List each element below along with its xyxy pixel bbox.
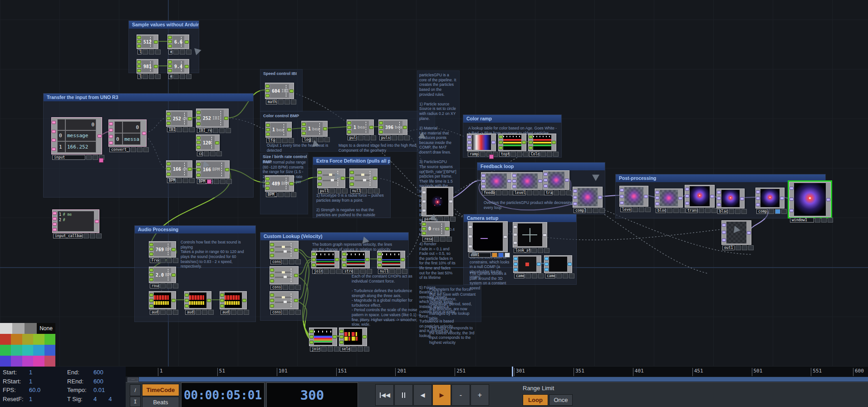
palette-swatch[interactable] xyxy=(0,345,11,356)
node-flag[interactable] xyxy=(177,127,182,132)
logic1-label[interactable]: logic1 xyxy=(302,137,311,142)
output-connector[interactable] xyxy=(543,233,547,237)
input-connector[interactable] xyxy=(499,135,503,139)
input-connector[interactable] xyxy=(196,136,201,139)
output-connector[interactable] xyxy=(341,177,345,180)
IBI-label[interactable]: IBI xyxy=(167,127,176,132)
input-connector[interactable] xyxy=(756,203,760,206)
audiopara1-label[interactable]: audiopara1 xyxy=(185,310,195,315)
input-connector[interactable] xyxy=(168,40,172,43)
input-connector[interactable] xyxy=(220,293,224,297)
input-connector[interactable] xyxy=(137,65,141,68)
node-flag[interactable] xyxy=(196,310,201,315)
node-math3[interactable]: 604IBImath3 xyxy=(265,83,294,99)
feedback1-label[interactable]: feedback1 xyxy=(482,190,495,195)
integer-toggle-button[interactable]: I xyxy=(130,397,141,407)
node-flag[interactable] xyxy=(167,310,172,315)
palette-swatch[interactable] xyxy=(0,334,11,345)
join3-label[interactable]: join3 xyxy=(310,347,320,352)
node-flag[interactable] xyxy=(93,155,98,160)
input-connector[interactable] xyxy=(514,263,518,266)
reset_sim-label[interactable]: reset_sim xyxy=(422,237,433,242)
input-connector[interactable] xyxy=(185,299,189,302)
input-connector[interactable] xyxy=(270,274,274,277)
constant1-label[interactable]: constant1 xyxy=(197,151,203,156)
node-flag[interactable] xyxy=(149,74,154,79)
node-flag[interactable] xyxy=(283,285,288,290)
node-flag[interactable] xyxy=(532,273,537,278)
node-flag[interactable] xyxy=(645,207,651,212)
node-window1[interactable]: window1 xyxy=(789,182,831,217)
input-connector[interactable] xyxy=(137,40,141,43)
input-connector[interactable] xyxy=(196,111,201,114)
node-flag[interactable] xyxy=(496,190,501,195)
input-connector[interactable] xyxy=(378,263,382,267)
input-connector[interactable] xyxy=(513,241,517,244)
node-flag[interactable] xyxy=(96,233,102,238)
pause-button[interactable] xyxy=(394,384,413,406)
node-flag[interactable] xyxy=(334,347,339,352)
node-flag[interactable] xyxy=(90,233,95,238)
node-feedback1[interactable]: feedback1 xyxy=(481,172,512,190)
input-connector[interactable] xyxy=(302,123,306,126)
node-flag[interactable] xyxy=(220,179,226,184)
input-connector[interactable] xyxy=(350,177,354,180)
node-flag[interactable] xyxy=(705,208,711,213)
node-flag[interactable] xyxy=(137,147,142,152)
input-connector[interactable] xyxy=(53,228,57,231)
node-camera_path[interactable]: camera_path xyxy=(513,255,541,273)
input-connector[interactable] xyxy=(312,258,316,261)
input-connector[interactable] xyxy=(149,299,153,302)
node-flag[interactable] xyxy=(324,137,330,142)
node-constant5[interactable]: constant5 xyxy=(270,241,299,259)
node-flag[interactable] xyxy=(289,310,294,315)
window1-label[interactable]: window1 xyxy=(790,218,814,223)
group-header-color-ramp[interactable]: Color ramp xyxy=(463,115,561,123)
input-connector[interactable] xyxy=(513,225,517,228)
node-pulse_red_level1[interactable]: 1beapulse_red level1 xyxy=(347,119,374,135)
node-flag[interactable] xyxy=(358,347,363,352)
output-connector[interactable] xyxy=(294,248,298,252)
node-flag[interactable] xyxy=(781,209,787,214)
input-connector[interactable] xyxy=(350,171,354,174)
node-flag[interactable] xyxy=(231,310,236,315)
node-flag[interactable] xyxy=(142,50,148,55)
node-flag[interactable] xyxy=(569,273,574,278)
input-connector[interactable] xyxy=(309,330,314,333)
group-header-extra-force[interactable]: Extra Force Definition (pulls all partic… xyxy=(313,157,390,165)
node-flag[interactable] xyxy=(523,152,529,157)
node-transform2[interactable]: transform2 xyxy=(543,170,569,190)
out1-label[interactable]: out1 xyxy=(722,245,735,250)
node-bloom1[interactable]: bloom1 xyxy=(655,189,683,208)
palette-swatch[interactable] xyxy=(25,323,37,334)
node-flag[interactable] xyxy=(177,178,182,183)
node-join3[interactable]: join3 xyxy=(309,328,337,346)
node-flag[interactable] xyxy=(173,258,178,263)
audiodevout1-label[interactable]: audiodevout1 xyxy=(221,310,230,315)
node-flag[interactable] xyxy=(711,208,717,213)
node-flag[interactable] xyxy=(173,50,179,55)
node-flag[interactable] xyxy=(735,209,740,214)
node-flag[interactable] xyxy=(769,209,774,214)
group-header-post-processing[interactable]: Post-processing xyxy=(616,174,825,182)
node-comp2[interactable]: comp2 xyxy=(755,188,785,208)
dock-flag[interactable] xyxy=(207,179,211,184)
node-flag[interactable] xyxy=(566,190,572,195)
output-connector[interactable] xyxy=(503,235,507,238)
node-flag[interactable] xyxy=(398,135,403,140)
input-connector[interactable] xyxy=(168,45,172,48)
node-flag[interactable] xyxy=(389,269,395,274)
input-connector[interactable] xyxy=(342,263,346,267)
input-connector[interactable] xyxy=(514,268,518,271)
palette-swatch[interactable] xyxy=(0,356,11,367)
input-connector[interactable] xyxy=(53,217,57,220)
node-comp1[interactable]: comp1 xyxy=(573,187,603,208)
node-flag[interactable] xyxy=(404,135,410,140)
input-connector[interactable] xyxy=(265,177,270,180)
select1-label[interactable]: select1 xyxy=(340,347,350,352)
param-value[interactable]: 1 xyxy=(29,369,32,378)
pulse_red_level1-label[interactable]: pulse_red level1 xyxy=(348,135,357,140)
output-connector[interactable] xyxy=(826,198,830,201)
input-connector[interactable] xyxy=(378,258,382,261)
join2-label[interactable]: join2 xyxy=(312,269,323,274)
